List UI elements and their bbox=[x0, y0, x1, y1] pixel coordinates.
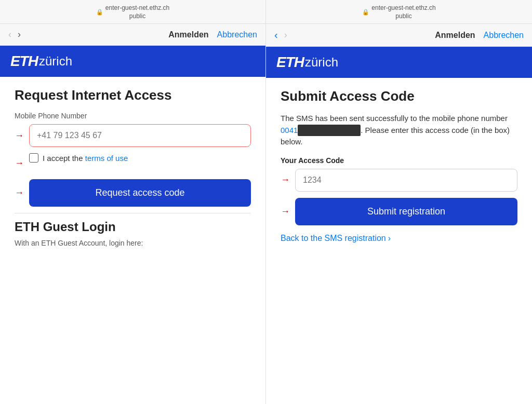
back-chevron-icon: › bbox=[388, 234, 391, 243]
nav-anmelden-1: Anmelden bbox=[168, 30, 208, 39]
btn-request-row: → Request access code bbox=[15, 179, 251, 207]
nav-arrows-2: ‹ › bbox=[274, 29, 287, 41]
sms-number: 0041 bbox=[281, 126, 298, 134]
access-code-label: Your Access Code bbox=[281, 156, 517, 165]
nav-bar-2: ‹ › Anmelden Abbrechen bbox=[266, 24, 532, 47]
browser-bar-1: 🔒 enter-guest-net.ethz.ch public bbox=[0, 0, 265, 24]
url-sub-1: public bbox=[105, 12, 169, 21]
red-arrow-btn: → bbox=[15, 187, 24, 198]
checkbox-label-text: I accept the bbox=[43, 154, 85, 163]
back-to-sms-link[interactable]: Back to the SMS registration › bbox=[281, 234, 517, 243]
access-code-input-row: → bbox=[281, 169, 517, 192]
nav-actions-2: Anmelden Abbrechen bbox=[435, 31, 524, 40]
red-arrow-access: → bbox=[281, 174, 290, 185]
checkbox-label: I accept the terms of use bbox=[43, 154, 128, 163]
guest-login-title: ETH Guest Login bbox=[15, 220, 251, 234]
eth-zurich-text-2: zürich bbox=[305, 55, 338, 70]
red-arrow-checkbox: → bbox=[15, 158, 24, 169]
panel-submit-code: 🔒 enter-guest-net.ethz.ch public ‹ › Anm… bbox=[266, 0, 532, 404]
sms-description: The SMS has been sent successfully to th… bbox=[281, 113, 517, 148]
terms-checkbox-row: I accept the terms of use bbox=[29, 153, 128, 163]
browser-bar-2: 🔒 enter-guest-net.ethz.ch public bbox=[266, 0, 532, 24]
eth-header-2: ETH zürich bbox=[266, 47, 532, 78]
back-arrow-1[interactable]: ‹ bbox=[8, 29, 11, 40]
back-arrow-2[interactable]: ‹ bbox=[274, 29, 278, 41]
request-access-button[interactable]: Request access code bbox=[29, 179, 251, 207]
lock-icon-2: 🔒 bbox=[362, 8, 369, 16]
panel2-content: Submit Access Code The SMS has been sent… bbox=[266, 78, 532, 404]
panel-request-access: 🔒 enter-guest-net.ethz.ch public ‹ › Anm… bbox=[0, 0, 266, 404]
checkbox-row: → I accept the terms of use bbox=[15, 153, 251, 173]
access-code-input[interactable] bbox=[295, 169, 517, 192]
nav-bar-1: ‹ › Anmelden Abbrechen bbox=[0, 24, 265, 46]
submit-registration-button[interactable]: Submit registration bbox=[295, 198, 517, 225]
divider-1 bbox=[15, 213, 251, 213]
eth-zurich-text-1: zürich bbox=[39, 54, 72, 69]
url-sub-2: public bbox=[371, 12, 435, 21]
terms-checkbox[interactable] bbox=[29, 153, 38, 163]
back-link-text[interactable]: Back to the SMS registration bbox=[281, 234, 386, 243]
sms-masked: ███████████ bbox=[298, 125, 361, 137]
eth-logo-text-2: ETH bbox=[276, 54, 304, 71]
forward-arrow-2[interactable]: › bbox=[284, 30, 287, 41]
lock-icon-1: 🔒 bbox=[96, 8, 103, 16]
nav-actions-1: Anmelden Abbrechen bbox=[168, 30, 257, 39]
red-arrow-submit: → bbox=[281, 206, 290, 217]
page-title-1: Request Internet Access bbox=[15, 87, 251, 103]
sms-desc-before: The SMS has been sent successfully to th… bbox=[281, 114, 508, 123]
nav-abbrechen-1[interactable]: Abbrechen bbox=[217, 30, 257, 39]
field-label-phone: Mobile Phone Number bbox=[15, 112, 251, 120]
panel1-content: Request Internet Access Mobile Phone Num… bbox=[0, 77, 265, 404]
nav-abbrechen-2[interactable]: Abbrechen bbox=[484, 31, 524, 40]
eth-header-1: ETH zürich bbox=[0, 46, 265, 77]
btn-submit-row: → Submit registration bbox=[281, 198, 517, 225]
url-domain-2: enter-guest-net.ethz.ch bbox=[371, 4, 435, 12]
phone-input[interactable] bbox=[29, 124, 251, 147]
url-domain-1: enter-guest-net.ethz.ch bbox=[105, 4, 169, 12]
guest-login-desc: With an ETH Guest Account, login here: bbox=[15, 238, 251, 249]
forward-arrow-1[interactable]: › bbox=[18, 29, 21, 40]
eth-logo-2: ETH zürich bbox=[276, 54, 338, 71]
eth-logo-1: ETH zürich bbox=[10, 53, 72, 70]
nav-anmelden-2: Anmelden bbox=[435, 31, 475, 40]
phone-input-row: → bbox=[15, 124, 251, 147]
browser-url-1: 🔒 enter-guest-net.ethz.ch public bbox=[6, 4, 259, 20]
nav-arrows-1: ‹ › bbox=[8, 29, 21, 40]
eth-logo-text-1: ETH bbox=[10, 53, 38, 70]
red-arrow-phone: → bbox=[15, 130, 24, 141]
browser-url-2: 🔒 enter-guest-net.ethz.ch public bbox=[272, 4, 526, 20]
page-title-2: Submit Access Code bbox=[281, 88, 517, 104]
terms-link[interactable]: terms of use bbox=[85, 154, 128, 163]
